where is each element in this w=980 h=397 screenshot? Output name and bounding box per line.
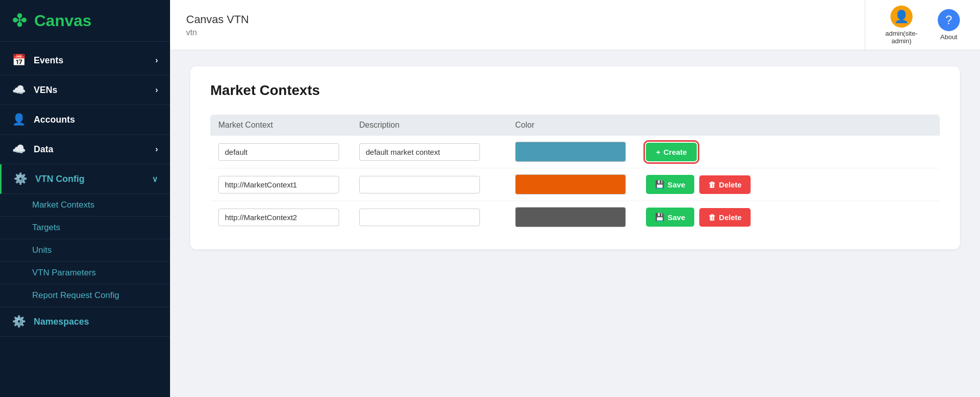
table-row: + Create bbox=[210, 136, 940, 168]
app-sub: vtn bbox=[186, 28, 849, 37]
about-button[interactable]: ? About bbox=[938, 9, 960, 41]
sidebar-nav: 📅 Events › ☁️ VENs › 👤 Accounts ☁️ Data … bbox=[0, 42, 170, 397]
sidebar-item-vens-label: VENs bbox=[34, 85, 57, 95]
topbar: Canvas VTN vtn 👤 admin(site- admin) ? Ab… bbox=[170, 0, 980, 50]
save-label-3: Save bbox=[668, 213, 685, 222]
market-context-cell-2 bbox=[218, 176, 359, 193]
app-name: Canvas VTN bbox=[186, 13, 849, 26]
delete-button-3[interactable]: 🗑 Delete bbox=[699, 208, 751, 227]
main-area: Canvas VTN vtn 👤 admin(site- admin) ? Ab… bbox=[170, 0, 980, 397]
namespaces-icon: ⚙️ bbox=[12, 315, 26, 328]
page-title: Market Contexts bbox=[210, 82, 940, 98]
market-contexts-label: Market Contexts bbox=[32, 200, 95, 210]
vtn-config-arrow-icon: ∨ bbox=[152, 174, 158, 184]
about-icon: ? bbox=[938, 9, 960, 31]
table-row: 💾 Save 🗑 Delete bbox=[210, 168, 940, 201]
description-cell-2 bbox=[359, 176, 515, 193]
market-context-input-2[interactable] bbox=[218, 176, 339, 193]
market-context-cell-3 bbox=[218, 209, 359, 226]
description-cell-1 bbox=[359, 143, 515, 161]
sidebar-item-targets[interactable]: Targets bbox=[0, 217, 170, 239]
vtn-config-icon: ⚙️ bbox=[14, 172, 27, 185]
user-label: admin(site- admin) bbox=[885, 30, 918, 45]
color-cell-2 bbox=[515, 174, 646, 194]
col-header-description: Description bbox=[359, 121, 515, 130]
data-icon: ☁️ bbox=[12, 143, 26, 156]
col-header-color: Color bbox=[515, 121, 646, 130]
sidebar-vtn-config-label: VTN Config bbox=[35, 174, 85, 184]
sidebar-item-vtn-config[interactable]: ⚙️ VTN Config ∨ bbox=[0, 164, 170, 194]
topbar-title-area: Canvas VTN vtn bbox=[170, 0, 865, 50]
report-request-config-label: Report Request Config bbox=[32, 290, 119, 301]
description-input-2[interactable] bbox=[359, 176, 480, 193]
color-swatch-3[interactable] bbox=[515, 207, 626, 227]
save-icon-3: 💾 bbox=[655, 213, 665, 222]
namespaces-label: Namespaces bbox=[34, 317, 89, 327]
canvas-logo-icon: ✤ bbox=[12, 10, 27, 31]
delete-button-2[interactable]: 🗑 Delete bbox=[699, 175, 751, 194]
sidebar-item-accounts[interactable]: 👤 Accounts bbox=[0, 105, 170, 135]
events-icon: 📅 bbox=[12, 54, 26, 67]
save-label-2: Save bbox=[668, 180, 685, 189]
sidebar-item-vtn-parameters[interactable]: VTN Parameters bbox=[0, 262, 170, 284]
delete-label-3: Delete bbox=[719, 213, 742, 222]
market-context-input-3[interactable] bbox=[218, 209, 339, 226]
sidebar-item-accounts-label: Accounts bbox=[34, 115, 75, 125]
color-cell-3 bbox=[515, 207, 646, 227]
sidebar-item-events-label: Events bbox=[34, 55, 63, 66]
color-swatch-2[interactable] bbox=[515, 174, 626, 194]
sidebar-item-data-label: Data bbox=[34, 144, 53, 155]
accounts-icon: 👤 bbox=[12, 113, 26, 126]
vens-arrow-icon: › bbox=[155, 85, 158, 94]
create-button[interactable]: + Create bbox=[646, 143, 697, 161]
targets-label: Targets bbox=[32, 223, 60, 233]
color-cell-1 bbox=[515, 142, 646, 162]
delete-label-2: Delete bbox=[719, 180, 742, 189]
sidebar-item-data[interactable]: ☁️ Data › bbox=[0, 135, 170, 164]
col-header-market-context: Market Context bbox=[218, 121, 359, 130]
sidebar-item-units[interactable]: Units bbox=[0, 239, 170, 262]
sidebar-item-events[interactable]: 📅 Events › bbox=[0, 46, 170, 75]
col-header-actions bbox=[646, 121, 932, 130]
vtn-parameters-label: VTN Parameters bbox=[32, 268, 96, 278]
sidebar-logo: ✤ Canvas bbox=[0, 0, 170, 42]
topbar-user-area: 👤 admin(site- admin) ? About bbox=[865, 0, 980, 50]
sidebar-item-namespaces[interactable]: ⚙️ Namespaces bbox=[0, 307, 170, 337]
sidebar: ✤ Canvas 📅 Events › ☁️ VENs › 👤 Accounts… bbox=[0, 0, 170, 397]
row-1-actions: + Create bbox=[646, 143, 932, 161]
save-button-2[interactable]: 💾 Save bbox=[646, 175, 694, 194]
create-plus-icon: + bbox=[656, 148, 661, 156]
description-input-1[interactable] bbox=[359, 143, 480, 161]
delete-icon-2: 🗑 bbox=[708, 180, 716, 189]
vens-icon: ☁️ bbox=[12, 83, 26, 96]
description-cell-3 bbox=[359, 209, 515, 226]
save-button-3[interactable]: 💾 Save bbox=[646, 208, 694, 227]
description-input-3[interactable] bbox=[359, 209, 480, 226]
table-header: Market Context Description Color bbox=[210, 115, 940, 136]
content-area: Market Contexts Market Context Descripti… bbox=[170, 50, 980, 397]
row-2-actions: 💾 Save 🗑 Delete bbox=[646, 175, 932, 194]
sidebar-item-market-contexts[interactable]: Market Contexts bbox=[0, 194, 170, 217]
color-swatch-1[interactable] bbox=[515, 142, 626, 162]
save-icon-2: 💾 bbox=[655, 180, 665, 189]
user-avatar: 👤 bbox=[890, 6, 913, 28]
create-label: Create bbox=[664, 148, 687, 156]
market-context-input-1[interactable] bbox=[218, 143, 339, 161]
delete-icon-3: 🗑 bbox=[708, 213, 716, 222]
data-arrow-icon: › bbox=[155, 145, 158, 154]
about-label: About bbox=[940, 33, 957, 41]
units-label: Units bbox=[32, 245, 52, 255]
table-row: 💾 Save 🗑 Delete bbox=[210, 201, 940, 233]
sidebar-logo-text: Canvas bbox=[34, 12, 92, 30]
market-context-cell-1 bbox=[218, 143, 359, 161]
row-3-actions: 💾 Save 🗑 Delete bbox=[646, 208, 932, 227]
market-contexts-card: Market Contexts Market Context Descripti… bbox=[190, 66, 960, 249]
events-arrow-icon: › bbox=[155, 56, 158, 65]
sidebar-item-vens[interactable]: ☁️ VENs › bbox=[0, 75, 170, 105]
sidebar-item-report-request-config[interactable]: Report Request Config bbox=[0, 284, 170, 307]
user-profile[interactable]: 👤 admin(site- admin) bbox=[885, 6, 918, 45]
